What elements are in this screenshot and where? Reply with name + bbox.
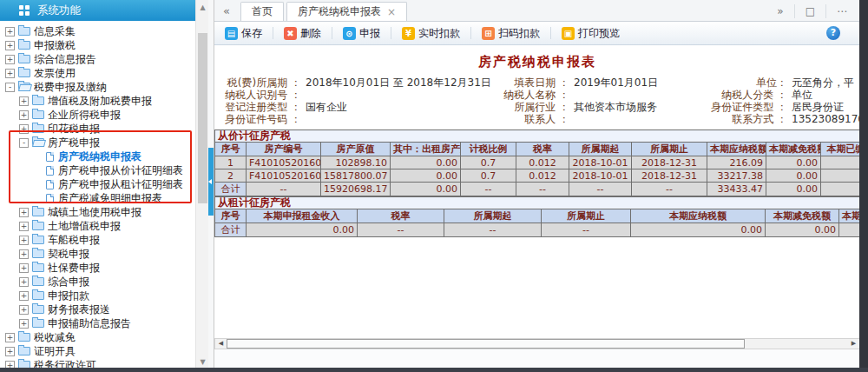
expand-icon[interactable]: +	[5, 333, 15, 342]
expand-icon[interactable]: +	[5, 27, 15, 37]
tree-item[interactable]: 房产税纳税申报表	[0, 149, 195, 163]
table-cell: 0.00	[839, 223, 861, 237]
tree-item[interactable]: +城镇土地使用税申报	[0, 205, 195, 219]
more-options-icon[interactable]: ⋯	[826, 5, 858, 17]
expand-icon[interactable]: +	[19, 96, 29, 106]
collapse-icon[interactable]: -	[5, 83, 15, 92]
tree-item-label: 综合信息报告	[34, 52, 96, 67]
tree-item[interactable]: +企业所得税申报	[0, 108, 195, 122]
declare-button[interactable]: ⊙申报	[336, 26, 387, 41]
scroll-down-icon[interactable]: ▼	[196, 358, 209, 366]
collapse-icon[interactable]: -	[19, 138, 29, 148]
scroll-up-icon[interactable]: ▲	[196, 3, 209, 11]
save-button[interactable]: ▤保存	[218, 26, 269, 41]
data-table: 序号本期申报租金收入税率所属期起所属期止本期应纳税额本期减免税额本期已缴税额合计…	[214, 209, 860, 237]
tree-item[interactable]: +综合信息报告	[0, 52, 195, 66]
tree-item[interactable]: +土地增值税申报	[0, 219, 195, 233]
table-cell: --	[358, 223, 444, 237]
form-field-value	[569, 89, 695, 101]
tree-item[interactable]: +证明开具	[0, 344, 195, 358]
expand-icon[interactable]: +	[5, 69, 15, 78]
sidebar-title: 系统功能	[37, 3, 81, 18]
tree-item[interactable]: 房产税申报从价计征明细表	[0, 163, 195, 177]
tree-item[interactable]: +申报缴税	[0, 38, 195, 52]
folder-open-icon	[18, 83, 30, 91]
expand-icon[interactable]: +	[19, 124, 29, 134]
tree-item[interactable]: +社保费申报	[0, 261, 195, 275]
folder-closed-icon	[32, 110, 44, 119]
tab-home[interactable]: 首页	[240, 2, 284, 21]
tree-item[interactable]: +车船税申报	[0, 233, 195, 247]
toolbar-separator	[332, 27, 332, 39]
table-cell: 0.00	[821, 169, 861, 183]
tree-item[interactable]: +发票使用	[0, 66, 195, 80]
table-cell: 0.00	[391, 156, 461, 169]
tree-item-label: 企业所得税申报	[48, 108, 121, 123]
form-field-value: 2019年01月01日	[569, 76, 695, 89]
table-cell: 0.7	[461, 169, 516, 183]
expand-icon[interactable]: +	[19, 319, 29, 329]
tree-item[interactable]: 房产税申报从租计征明细表	[0, 177, 195, 191]
tree-item[interactable]: +申报扣款	[0, 289, 195, 302]
delete-button[interactable]: ✖删除	[277, 26, 328, 41]
column-header: 其中：出租房产原值	[391, 143, 461, 156]
table-cell: 0.00	[766, 223, 839, 237]
tree-item-label: 综合申报	[48, 275, 89, 289]
save-icon: ▤	[225, 27, 238, 40]
expand-icon[interactable]: +	[19, 249, 29, 259]
print-preview-button[interactable]: ▣打印预览	[555, 26, 627, 41]
horizontal-scrollbar[interactable]: ◀ ▶	[214, 338, 860, 349]
table-cell: 33217.38	[707, 169, 766, 183]
expand-icon[interactable]: +	[19, 222, 29, 231]
tree-item[interactable]: +申报辅助信息报告	[0, 316, 195, 330]
toolbar-button-label: 申报	[359, 26, 380, 41]
expand-icon[interactable]: +	[19, 263, 29, 273]
expand-icon[interactable]: +	[19, 110, 29, 120]
tree-item[interactable]: -房产税申报	[0, 136, 195, 149]
sidebar-scrollbar-thumb[interactable]	[198, 33, 207, 203]
table-header-row: 序号房产编号房产原值其中：出租房产原值计税比例税率所属期起所属期止本期应纳税额本…	[215, 143, 861, 156]
expand-icon[interactable]: +	[5, 41, 15, 50]
expand-icon[interactable]: +	[5, 55, 15, 64]
folder-closed-icon	[32, 96, 44, 105]
help-icon[interactable]: ?	[826, 26, 840, 40]
form-field-value: 居民身份证	[787, 101, 860, 113]
table-cell: 0.7	[461, 156, 516, 169]
expand-icon[interactable]: +	[19, 305, 29, 315]
expand-icon[interactable]: +	[19, 208, 29, 217]
column-header: 所属期止	[632, 143, 707, 156]
form-field-value: 元至角分，平	[787, 76, 860, 89]
expand-icon[interactable]: +	[19, 277, 29, 287]
table-row: 1F41010520160031213102898.100.000.70.012…	[215, 156, 861, 169]
tree-item[interactable]: +印花税申报	[0, 122, 195, 136]
form-field-label: 所属行业 ：	[479, 101, 569, 113]
expand-icon[interactable]: +	[19, 236, 29, 245]
tree-item[interactable]: +契税申报	[0, 247, 195, 261]
scroll-right-icon[interactable]: ▶	[848, 339, 859, 349]
tree-item[interactable]: -税费申报及缴纳	[0, 80, 195, 94]
realtime-deduct-button[interactable]: ¥实时扣款	[395, 26, 467, 41]
sidebar-scrollbar[interactable]: ▲ ▼	[195, 0, 208, 372]
tree-item[interactable]: +信息采集	[0, 24, 195, 38]
tree-item-label: 房产税申报	[48, 136, 100, 150]
tree-item[interactable]: +综合申报	[0, 275, 195, 289]
close-icon[interactable]: ×	[387, 6, 396, 18]
tree-item[interactable]: +税收减免	[0, 330, 195, 344]
collapse-tabs-icon[interactable]: «	[223, 4, 230, 17]
tab-active[interactable]: 房产税纳税申报表×	[286, 2, 407, 21]
tab-overflow-icon[interactable]: »	[766, 5, 793, 17]
folder-closed-icon	[32, 236, 44, 244]
column-header: 计税比例	[461, 143, 516, 156]
table-cell: 2018-10-01	[569, 156, 632, 169]
maximize-icon[interactable]: □	[795, 5, 825, 17]
tree-item[interactable]: +财务报表报送	[0, 302, 195, 316]
horizontal-scrollbar-thumb[interactable]	[227, 339, 745, 349]
tree-item[interactable]: +增值税及附加税费申报	[0, 94, 195, 108]
tree-item[interactable]: 房产税减免明细申报表	[0, 191, 195, 205]
expand-icon[interactable]: +	[19, 291, 29, 301]
scroll-left-icon[interactable]: ◀	[215, 339, 227, 349]
scan-deduct-button[interactable]: ⊞扫码扣款	[475, 26, 547, 41]
column-header: 税率	[358, 209, 444, 223]
expand-icon[interactable]: +	[5, 347, 15, 356]
form-field-label: 税(费)所属期 ：	[214, 76, 301, 89]
